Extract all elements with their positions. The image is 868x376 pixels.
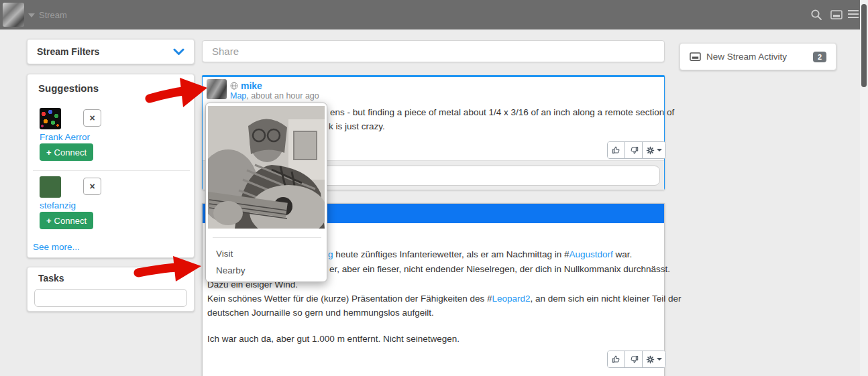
globe-icon [230,82,238,90]
post-body-line: k is just crazy. [329,119,385,133]
search-icon[interactable] [810,9,822,21]
post-menu-button[interactable] [643,142,665,158]
app-screen: Stream Stream Filters Suggestions × Fran… [0,0,868,376]
gear-icon [646,355,655,364]
menu-item-visit[interactable]: Visit [206,246,327,262]
suggestions-panel: Suggestions × Frank Aerror + Connect × s… [27,74,195,258]
post-body-line: ens - but finding a piece of metal about… [330,105,674,119]
gear-icon [646,146,655,155]
hamburger-menu-icon[interactable] [848,10,859,20]
post-body-line: Ich war auch da, aber gut 1.000 m entfer… [207,332,459,346]
chevron-down-icon [173,48,184,56]
stream-activity-icon[interactable] [830,9,843,21]
post-actions [607,351,666,368]
scrollbar[interactable] [860,0,868,376]
thumbs-down-icon [629,355,639,364]
share-input[interactable] [202,40,665,62]
plus-icon: + [46,147,52,158]
suggestions-title: Suggestions [38,82,99,94]
page-title: Stream [39,10,67,20]
suggestion-profile-link[interactable]: Frank Aerror [40,132,90,142]
connect-button[interactable]: + Connect [40,212,93,229]
map-link[interactable]: Map [230,91,246,101]
dismiss-suggestion-button[interactable]: × [83,109,101,127]
caret-down-icon [657,149,662,151]
post-meta: Map, about an hour ago [230,91,319,101]
thumbs-up-icon [612,145,621,155]
like-button[interactable] [608,142,625,158]
close-icon: × [89,181,95,192]
plus-icon: + [46,216,52,226]
close-icon: × [89,113,95,123]
menu-item-nearby[interactable]: Nearby [206,263,327,279]
divider [213,237,321,238]
thumbs-up-icon [612,355,621,364]
post-author-avatar[interactable] [207,79,227,99]
connect-label: Connect [54,216,87,226]
connect-button[interactable]: + Connect [40,143,93,161]
tasks-title: Tasks [38,273,64,284]
suggestion-avatar[interactable] [40,108,61,129]
user-avatar[interactable] [3,3,24,27]
post-body-text: war. [613,249,633,259]
thumbs-down-icon [629,145,639,155]
post-timestamp: , about an hour ago [246,91,319,101]
task-input[interactable] [34,289,187,307]
scrollbar-thumb[interactable] [861,4,867,87]
like-button[interactable] [608,351,625,367]
activity-label: New Stream Activity [706,52,808,62]
suggestion-avatar[interactable] [40,176,61,198]
profile-link-fragment[interactable]: g [328,249,333,259]
post-body-line: deutschen Journaille so gern und hemmung… [207,306,434,320]
post-menu-button[interactable] [643,351,665,367]
post-body-text: , an dem sich ein nicht kleiner Teil der [531,294,682,304]
stream-filters-toggle[interactable]: Stream Filters [27,39,195,64]
stream-filters-label: Stream Filters [37,46,99,57]
hashtag-link[interactable]: Leopard2 [492,294,530,304]
dismiss-suggestion-button[interactable]: × [83,178,101,195]
suggestion-profile-link[interactable]: stefanzig [40,200,76,210]
post-body-line: er, aber ein fieser, nicht endender Nies… [329,262,670,276]
see-more-link[interactable]: See more... [33,242,80,252]
post-author-link[interactable]: mike [241,80,262,91]
caret-down-icon [657,358,662,361]
profile-hovercard: Visit Nearby [205,103,327,282]
connect-label: Connect [54,147,87,158]
user-menu-caret-icon[interactable] [28,13,35,17]
dislike-button[interactable] [625,142,643,158]
activity-count-badge: 2 [813,52,826,62]
stream-activity-icon [690,52,701,62]
post-actions [607,141,666,159]
new-stream-activity-button[interactable]: New Stream Activity 2 [680,43,836,70]
post-body-text: heute zünftiges Infanteriewetter, als er… [333,249,569,259]
top-navbar: Stream [0,0,868,29]
hashtag-link[interactable]: Augustdorf [569,249,612,259]
profile-photo [208,106,325,229]
tasks-panel: Tasks [27,267,195,312]
divider [33,170,190,171]
post-body-text: Kein schönes Wetter für die (kurze) Präs… [207,294,492,304]
dislike-button[interactable] [625,351,643,367]
